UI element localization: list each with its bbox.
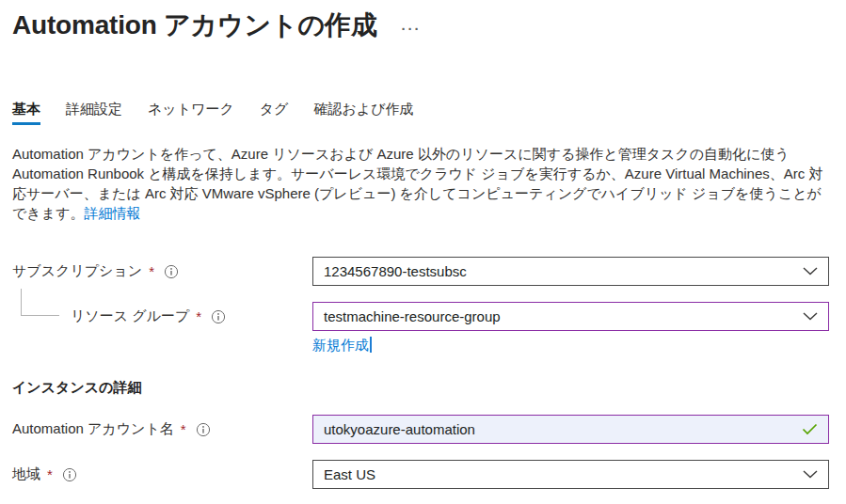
tab-review-create[interactable]: 確認および作成 xyxy=(313,100,413,125)
account-name-label: Automation アカウント名* xyxy=(12,420,312,438)
tab-networking[interactable]: ネットワーク xyxy=(148,100,234,125)
required-asterisk: * xyxy=(149,263,154,279)
account-name-input[interactable] xyxy=(324,416,802,443)
more-icon[interactable]: ··· xyxy=(401,22,421,36)
blade-header: Automation アカウントの作成 ··· xyxy=(12,8,829,43)
resource-group-actions: 新規作成 xyxy=(12,336,829,354)
wizard-tabs: 基本 詳細設定 ネットワーク タグ 確認および作成 xyxy=(12,100,829,125)
region-value: East US xyxy=(324,466,803,482)
info-icon xyxy=(196,422,211,437)
region-row: 地域* East US xyxy=(12,460,829,489)
subscription-label-text: サブスクリプション xyxy=(12,262,142,280)
subscription-label: サブスクリプション* xyxy=(12,262,312,280)
required-asterisk: * xyxy=(181,421,186,437)
instance-details-header: インスタンスの詳細 xyxy=(12,379,829,397)
check-icon xyxy=(802,423,818,435)
basics-form: サブスクリプション* 1234567890-testsubsc リソース グルー… xyxy=(12,257,829,489)
subscription-row: サブスクリプション* 1234567890-testsubsc xyxy=(12,257,829,286)
tab-advanced[interactable]: 詳細設定 xyxy=(66,100,122,125)
create-automation-account-blade: Automation アカウントの作成 ··· 基本 詳細設定 ネットワーク タ… xyxy=(12,8,829,489)
chevron-down-icon xyxy=(803,470,818,479)
create-new-link[interactable]: 新規作成 xyxy=(312,336,369,354)
info-icon xyxy=(164,264,179,279)
resource-group-select[interactable]: testmachine-resource-group xyxy=(312,302,829,331)
region-label-text: 地域 xyxy=(12,465,40,483)
account-name-field xyxy=(312,415,829,444)
resource-group-label-text: リソース グループ xyxy=(71,307,189,325)
required-asterisk: * xyxy=(196,308,201,324)
info-icon xyxy=(62,467,77,482)
region-label: 地域* xyxy=(12,465,312,483)
tab-basics[interactable]: 基本 xyxy=(12,100,40,125)
info-icon xyxy=(211,309,226,324)
region-select[interactable]: East US xyxy=(312,460,829,489)
page-title: Automation アカウントの作成 xyxy=(12,8,376,43)
chevron-down-icon xyxy=(803,312,818,321)
blade-description: Automation アカウントを作って、Azure リソースおよび Azure… xyxy=(12,144,833,223)
chevron-down-icon xyxy=(803,267,818,276)
account-name-label-text: Automation アカウント名 xyxy=(12,420,174,438)
resource-group-row: リソース グループ* testmachine-resource-group xyxy=(12,302,829,331)
required-asterisk: * xyxy=(47,466,53,482)
account-name-row: Automation アカウント名* xyxy=(12,415,829,444)
resource-group-value: testmachine-resource-group xyxy=(324,308,803,324)
subscription-value: 1234567890-testsubsc xyxy=(324,263,803,279)
learn-more-link[interactable]: 詳細情報 xyxy=(84,205,140,221)
text-caret xyxy=(370,337,372,353)
tab-tags[interactable]: タグ xyxy=(260,100,289,125)
tree-connector xyxy=(21,289,59,316)
subscription-select[interactable]: 1234567890-testsubsc xyxy=(312,257,829,286)
